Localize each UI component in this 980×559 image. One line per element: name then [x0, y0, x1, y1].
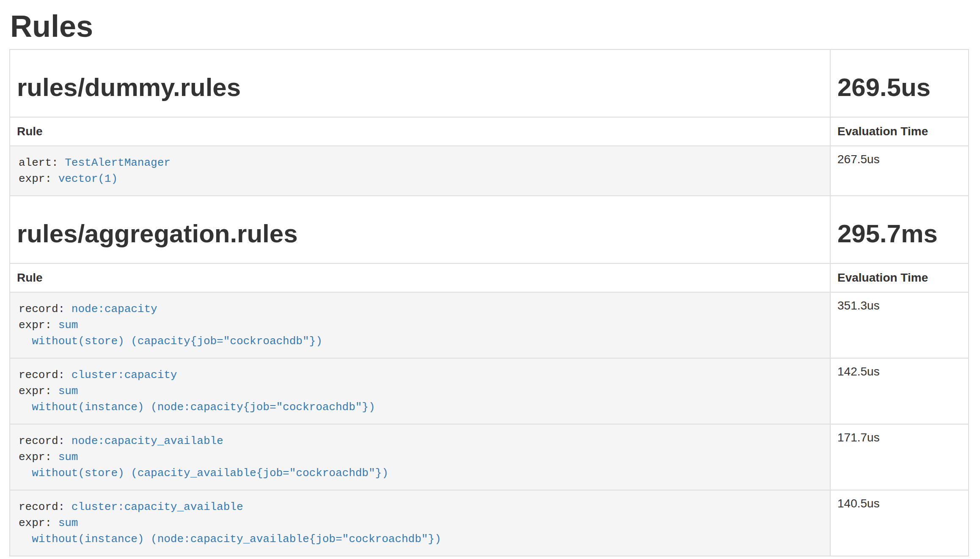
- rule-eval-time-cell: 171.7us: [830, 424, 969, 490]
- group-file-cell: rules/dummy.rules: [10, 49, 830, 117]
- rule-code: record: node:capacity_available expr: su…: [19, 433, 821, 481]
- group-total-eval-time: 269.5us: [837, 74, 961, 101]
- rule-keyword: expr:: [19, 173, 58, 185]
- rule-expression-link[interactable]: vector(1): [58, 173, 118, 185]
- rule-keyword: alert:: [19, 156, 65, 169]
- rule-file-title: rules/aggregation.rules: [17, 220, 823, 248]
- rule-row: record: node:capacity expr: sum without(…: [10, 292, 969, 358]
- rule-code-cell: record: cluster:capacity expr: sum witho…: [10, 358, 830, 424]
- rule-code: record: node:capacity expr: sum without(…: [19, 301, 821, 349]
- rule-eval-time: 142.5us: [837, 365, 880, 378]
- column-header-row: RuleEvaluation Time: [10, 263, 969, 292]
- eval-time-column-header: Evaluation Time: [830, 263, 969, 292]
- rule-eval-time-cell: 140.5us: [830, 490, 969, 556]
- rules-page: Rules rules/dummy.rules269.5usRuleEvalua…: [0, 9, 980, 556]
- rule-keyword: [19, 401, 32, 414]
- column-header-row: RuleEvaluation Time: [10, 117, 969, 146]
- rule-keyword: [19, 467, 32, 480]
- rule-keyword: expr:: [19, 517, 58, 529]
- rule-file-title: rules/dummy.rules: [17, 74, 823, 101]
- rule-code-cell: alert: TestAlertManager expr: vector(1): [10, 146, 830, 196]
- rule-expression-link[interactable]: sum: [58, 451, 78, 463]
- rule-keyword: record:: [19, 303, 72, 315]
- rule-code: alert: TestAlertManager expr: vector(1): [19, 155, 821, 187]
- group-total-eval-time: 295.7ms: [837, 220, 961, 248]
- rule-eval-time: 351.3us: [837, 299, 880, 312]
- rule-row: alert: TestAlertManager expr: vector(1)2…: [10, 146, 969, 196]
- group-eval-time-cell: 295.7ms: [830, 196, 969, 263]
- rule-code-cell: record: cluster:capacity_available expr:…: [10, 490, 830, 556]
- rule-code: record: cluster:capacity expr: sum witho…: [19, 367, 821, 415]
- rule-eval-time: 171.7us: [837, 431, 880, 444]
- group-file-cell: rules/aggregation.rules: [10, 196, 830, 263]
- rule-column-header: Rule: [10, 263, 830, 292]
- rule-keyword: record:: [19, 435, 72, 447]
- group-header-row: rules/dummy.rules269.5us: [10, 49, 969, 117]
- group-eval-time-cell: 269.5us: [830, 49, 969, 117]
- rule-keyword: record:: [19, 369, 72, 381]
- rule-eval-time-cell: 267.5us: [830, 146, 969, 196]
- rule-expression-link[interactable]: node:capacity_available: [72, 435, 223, 447]
- eval-time-column-header: Evaluation Time: [830, 117, 969, 146]
- rule-keyword: [19, 335, 32, 348]
- rule-eval-time-cell: 351.3us: [830, 292, 969, 358]
- rule-expression-link[interactable]: without(instance) (node:capacity_availab…: [32, 533, 441, 545]
- rule-expression-link[interactable]: without(store) (capacity_available{job="…: [32, 467, 388, 480]
- page-title: Rules: [10, 9, 969, 43]
- rule-code-cell: record: node:capacity_available expr: su…: [10, 424, 830, 490]
- rule-expression-link[interactable]: TestAlertManager: [65, 156, 171, 169]
- rule-row: record: cluster:capacity expr: sum witho…: [10, 358, 969, 424]
- rule-expression-link[interactable]: sum: [58, 319, 78, 332]
- rule-code-cell: record: node:capacity expr: sum without(…: [10, 292, 830, 358]
- rule-expression-link[interactable]: cluster:capacity_available: [72, 501, 243, 513]
- rule-row: record: cluster:capacity_available expr:…: [10, 490, 969, 556]
- rule-expression-link[interactable]: cluster:capacity: [72, 369, 177, 381]
- rule-row: record: node:capacity_available expr: su…: [10, 424, 969, 490]
- rule-expression-link[interactable]: sum: [58, 517, 78, 529]
- rule-expression-link[interactable]: sum: [58, 385, 78, 397]
- rules-table: rules/dummy.rules269.5usRuleEvaluation T…: [9, 49, 969, 556]
- rule-keyword: expr:: [19, 319, 58, 332]
- rule-eval-time-cell: 142.5us: [830, 358, 969, 424]
- rule-keyword: [19, 533, 32, 545]
- rule-column-header: Rule: [10, 117, 830, 146]
- rule-expression-link[interactable]: node:capacity: [72, 303, 157, 315]
- rule-code: record: cluster:capacity_available expr:…: [19, 499, 821, 547]
- rule-keyword: expr:: [19, 451, 58, 463]
- rule-expression-link[interactable]: without(instance) (node:capacity{job="co…: [32, 401, 375, 414]
- rule-eval-time: 267.5us: [837, 153, 880, 166]
- rule-keyword: expr:: [19, 385, 58, 397]
- rule-keyword: record:: [19, 501, 72, 513]
- rule-eval-time: 140.5us: [837, 497, 880, 510]
- group-header-row: rules/aggregation.rules295.7ms: [10, 196, 969, 263]
- rule-expression-link[interactable]: without(store) (capacity{job="cockroachd…: [32, 335, 322, 348]
